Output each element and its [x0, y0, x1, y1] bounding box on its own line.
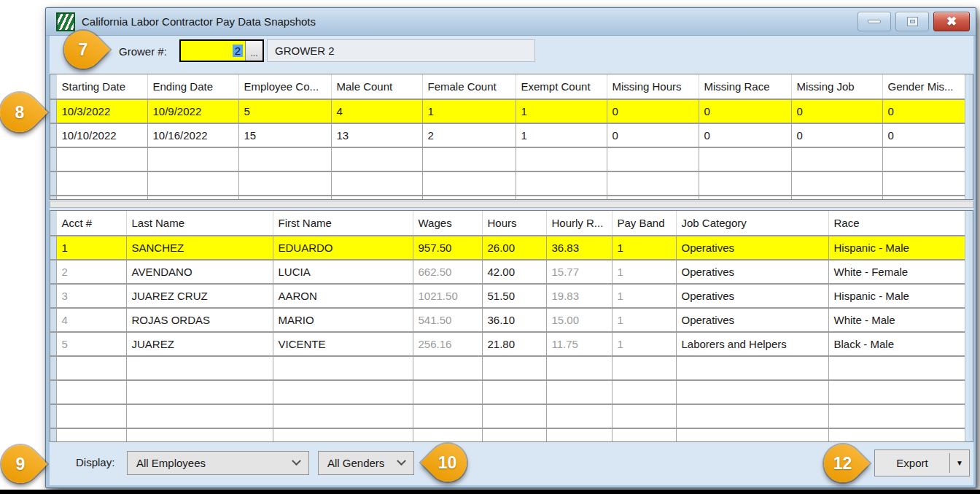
column-header-employee-count[interactable]: Employee Co...	[238, 74, 331, 99]
cell[interactable]: Black - Male	[828, 332, 965, 356]
employee-row[interactable]: 3 JUAREZ CRUZ AARON 1021.50 51.50 19.83 …	[50, 284, 965, 308]
cell[interactable]: 13	[331, 123, 422, 147]
cell[interactable]: 1	[516, 99, 607, 123]
snapshot-row[interactable]: 10/10/2022 10/16/2022 15 13 2 1 0 0 0 0	[50, 123, 965, 147]
cell[interactable]: Operatives	[676, 236, 828, 260]
cell[interactable]: 541.50	[413, 308, 482, 332]
row-selector[interactable]	[50, 284, 56, 308]
row-selector[interactable]	[50, 123, 56, 147]
cell[interactable]: 10/10/2022	[56, 123, 147, 147]
cell[interactable]: 36.10	[482, 308, 546, 332]
cell[interactable]: White - Male	[828, 308, 965, 332]
cell[interactable]: 19.83	[546, 284, 612, 308]
cell[interactable]: 0	[699, 123, 791, 147]
cell[interactable]: 5	[238, 99, 331, 123]
column-header-missing-job[interactable]: Missing Job	[791, 74, 882, 99]
cell[interactable]: Operatives	[676, 260, 828, 284]
column-header-exempt-count[interactable]: Exempt Count	[516, 74, 607, 99]
export-split-button[interactable]: Export ▼	[874, 449, 970, 476]
cell[interactable]: 21.80	[482, 332, 546, 356]
cell[interactable]: 26.00	[482, 236, 546, 260]
cell[interactable]: VICENTE	[273, 332, 413, 356]
cell[interactable]: 4	[331, 99, 422, 123]
cell[interactable]: ROJAS ORDAS	[126, 308, 273, 332]
column-header-missing-hours[interactable]: Missing Hours	[607, 74, 699, 99]
close-button[interactable]: ✖	[933, 12, 970, 31]
column-header-last-name[interactable]: Last Name	[126, 211, 273, 236]
cell[interactable]: 1021.50	[413, 284, 482, 308]
cell[interactable]: 0	[882, 99, 965, 123]
column-header-starting-date[interactable]: Starting Date	[56, 74, 147, 99]
cell[interactable]: 2	[422, 123, 516, 147]
cell[interactable]: AVENDANO	[126, 260, 273, 284]
row-selector[interactable]	[50, 332, 56, 356]
row-selector[interactable]	[50, 260, 56, 284]
cell[interactable]: 51.50	[482, 284, 546, 308]
cell[interactable]: Hispanic - Male	[828, 284, 965, 308]
cell[interactable]: 42.00	[482, 260, 546, 284]
column-header-pay-band[interactable]: Pay Band	[612, 211, 676, 236]
cell[interactable]: 1	[612, 332, 676, 356]
cell[interactable]: 0	[882, 123, 965, 147]
column-header-wages[interactable]: Wages	[413, 211, 482, 236]
column-header-first-name[interactable]: First Name	[273, 211, 413, 236]
column-header-missing-race[interactable]: Missing Race	[699, 74, 791, 99]
grower-number-input[interactable]: 2	[181, 41, 245, 61]
column-header-male-count[interactable]: Male Count	[331, 74, 422, 99]
cell[interactable]: 1	[612, 260, 676, 284]
export-button-label[interactable]: Export	[875, 457, 949, 469]
snapshot-horizontal-scrollbar[interactable]	[50, 201, 973, 208]
cell[interactable]: 2	[56, 260, 126, 284]
cell[interactable]: 1	[612, 236, 676, 260]
maximize-button[interactable]	[895, 12, 929, 31]
employee-row[interactable]: 2 AVENDANO LUCIA 662.50 42.00 15.77 1 Op…	[50, 260, 965, 284]
cell[interactable]: 5	[56, 332, 126, 356]
column-header-hours[interactable]: Hours	[482, 211, 546, 236]
column-header-job-category[interactable]: Job Category	[676, 211, 828, 236]
grower-browse-button[interactable]: ...	[245, 41, 262, 61]
cell[interactable]: 15.00	[546, 308, 612, 332]
cell[interactable]: 11.75	[546, 332, 612, 356]
row-selector[interactable]	[50, 99, 56, 123]
cell[interactable]: AARON	[273, 284, 413, 308]
column-header-race[interactable]: Race	[828, 211, 965, 236]
cell[interactable]: 4	[56, 308, 126, 332]
cell[interactable]: SANCHEZ	[126, 236, 273, 260]
cell[interactable]: 1	[56, 236, 126, 260]
cell[interactable]: 1	[612, 308, 676, 332]
cell[interactable]: Hispanic - Male	[828, 236, 965, 260]
cell[interactable]: Laborers and Helpers	[676, 332, 828, 356]
cell[interactable]: 15	[238, 123, 331, 147]
snapshot-row-selected[interactable]: 10/3/2022 10/9/2022 5 4 1 1 0 0 0 0	[50, 99, 965, 123]
cell[interactable]: 256.16	[413, 332, 482, 356]
column-header-ending-date[interactable]: Ending Date	[147, 74, 238, 99]
cell[interactable]: 957.50	[413, 236, 482, 260]
column-header-acct[interactable]: Acct #	[56, 211, 126, 236]
cell[interactable]: 0	[607, 123, 699, 147]
cell[interactable]: Operatives	[676, 308, 828, 332]
cell[interactable]: MARIO	[273, 308, 413, 332]
cell[interactable]: 10/3/2022	[56, 99, 147, 123]
cell[interactable]: 36.83	[546, 236, 612, 260]
cell[interactable]: 0	[699, 99, 791, 123]
cell[interactable]: LUCIA	[273, 260, 413, 284]
column-header-hourly-rate[interactable]: Hourly R...	[546, 211, 612, 236]
cell[interactable]: 662.50	[413, 260, 482, 284]
cell[interactable]: 0	[791, 123, 882, 147]
cell[interactable]: 1	[422, 99, 516, 123]
cell[interactable]: JUAREZ CRUZ	[126, 284, 273, 308]
cell[interactable]: EDUARDO	[273, 236, 413, 260]
snapshot-vertical-scrollbar[interactable]	[965, 74, 973, 199]
cell[interactable]: White - Female	[828, 260, 965, 284]
employee-row[interactable]: 5 JUAREZ VICENTE 256.16 21.80 11.75 1 La…	[50, 332, 965, 356]
minimize-button[interactable]	[858, 12, 891, 31]
title-bar[interactable]: California Labor Contractor Pay Data Sna…	[46, 8, 976, 36]
cell[interactable]: Operatives	[676, 284, 828, 308]
cell[interactable]: 0	[607, 99, 699, 123]
cell[interactable]: 10/16/2022	[147, 123, 238, 147]
employee-vertical-scrollbar[interactable]	[965, 211, 973, 441]
cell[interactable]: 10/9/2022	[147, 99, 238, 123]
cell[interactable]: 1	[612, 284, 676, 308]
cell[interactable]: JUAREZ	[126, 332, 273, 356]
employee-filter-dropdown[interactable]: All Employees	[127, 451, 309, 475]
